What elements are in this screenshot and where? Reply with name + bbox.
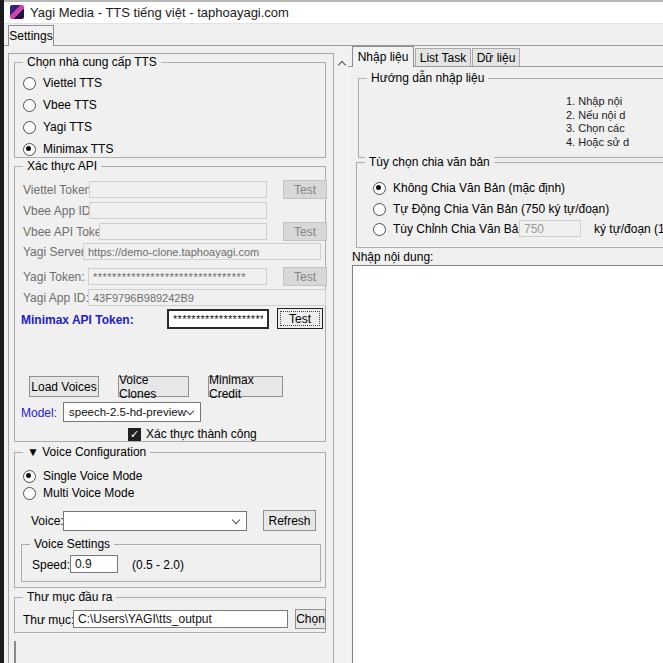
custom-split-suffix-label: ký tự/đoạn (100-4000)	[594, 222, 663, 236]
vbee-app-id-input[interactable]	[89, 202, 267, 219]
guide-line: 2. Nếu nội d	[566, 109, 629, 123]
radio-minimax-tts-label: Minimax TTS	[43, 142, 113, 156]
radio-auto-split-label: Tự Động Chia Văn Bản (750 ký tự/đoạn)	[393, 202, 609, 216]
yagi-app-id-input[interactable]	[88, 289, 326, 306]
choose-folder-button[interactable]: Chọn	[295, 609, 326, 629]
vbee-api-token-input[interactable]	[99, 223, 267, 240]
model-combobox[interactable]: speech-2.5-hd-preview	[63, 402, 201, 422]
radio-vbee-tts[interactable]	[23, 99, 36, 112]
minimax-api-token-input[interactable]	[167, 309, 269, 329]
radio-yagi-tts-label: Yagi TTS	[43, 120, 92, 134]
content-textarea[interactable]	[352, 265, 663, 663]
radio-vbee-tts-label: Vbee TTS	[43, 98, 97, 112]
titlebar: Yagi Media - TTS tiếng việt - taphoayagi…	[4, 2, 663, 23]
yagi-media-window: Yagi Media - TTS tiếng việt - taphoayagi…	[0, 0, 663, 663]
minimax-credit-button[interactable]: Minimax Credit	[208, 376, 283, 397]
vbee-app-id-label: Vbee App ID:	[23, 204, 94, 218]
auth-success-label: Xác thực thành công	[146, 427, 257, 441]
auth-success-checkbox[interactable]	[128, 428, 141, 441]
voice-settings-group-title: Voice Settings	[30, 537, 114, 551]
custom-split-input[interactable]	[519, 220, 581, 237]
viettel-token-input[interactable]	[89, 181, 267, 198]
voice-clones-button[interactable]: Voice Clones	[118, 376, 189, 397]
radio-multi-voice-mode-label: Multi Voice Mode	[43, 486, 134, 500]
yagi-server-label: Yagi Server:	[23, 245, 88, 259]
tab-nhap-lieu[interactable]: Nhập liệu	[352, 46, 414, 67]
titlebar-divider	[4, 23, 663, 24]
model-label: Model:	[21, 406, 57, 420]
speed-range-label: (0.5 - 2.0)	[132, 558, 184, 572]
split-options-group: Tùy chọn chia văn bản Không Chia Văn Bản…	[356, 162, 663, 248]
speed-label: Speed:	[32, 558, 70, 572]
output-dir-label: Thư mục:	[23, 613, 74, 627]
split-options-group-title: Tùy chọn chia văn bản	[365, 155, 494, 169]
voice-settings-group: Voice Settings Speed: (0.5 - 2.0)	[21, 544, 321, 582]
window-left-edge	[0, 0, 4, 663]
guide-line: 3. Chọn các	[566, 122, 629, 136]
speed-input[interactable]	[70, 555, 118, 573]
voice-config-group: ▼ Voice Configuration Single Voice Mode …	[14, 452, 326, 588]
radio-viettel-tts[interactable]	[23, 77, 36, 90]
provider-group-title: Chọn nhà cung cấp TTS	[23, 55, 161, 69]
yagi-server-input[interactable]	[83, 243, 321, 260]
tab-settings[interactable]: Settings	[8, 25, 54, 46]
left-panel-scrollbar[interactable]	[335, 54, 350, 663]
guide-group: Hướng dẫn nhập liệu 1. Nhập nội 2. Nếu n…	[358, 78, 663, 158]
radio-no-split-label: Không Chia Văn Bản (mặc định)	[393, 181, 565, 195]
provider-group: Chọn nhà cung cấp TTS Viettel TTS Vbee T…	[14, 62, 326, 158]
yagi-token-input[interactable]	[88, 268, 267, 285]
window-title: Yagi Media - TTS tiếng việt - taphoayagi…	[30, 5, 289, 20]
radio-auto-split[interactable]	[373, 203, 386, 216]
app-icon	[10, 5, 24, 19]
content-label: Nhập nội dung:	[352, 250, 433, 264]
radio-minimax-tts[interactable]	[23, 143, 36, 156]
tab-list-task-label: List Task	[420, 51, 466, 65]
yagi-app-id-label: Yagi App ID:	[23, 291, 89, 305]
voice-config-group-title: ▼ Voice Configuration	[23, 445, 150, 459]
chevron-down-icon	[232, 517, 241, 525]
minimax-api-token-label: Minimax API Token:	[21, 313, 134, 327]
radio-viettel-tts-label: Viettel TTS	[43, 76, 102, 90]
guide-group-title: Hướng dẫn nhập liệu	[367, 71, 488, 85]
api-auth-group-title: Xác thực API	[23, 159, 101, 173]
radio-single-voice-mode[interactable]	[23, 470, 36, 483]
yagi-token-label: Yagi Token:	[23, 270, 85, 284]
viettel-token-label: Viettel Token:	[23, 183, 95, 197]
load-voices-button[interactable]: Load Voices	[29, 376, 99, 397]
voice-label: Voice:	[31, 514, 64, 528]
radio-custom-split-label: Tùy Chỉnh Chia Văn Bản:	[393, 222, 528, 236]
tab-du-lieu-label: Dữ liệu	[477, 51, 516, 65]
yagi-token-test-button[interactable]: Test	[283, 267, 327, 286]
minimax-api-token-test-button[interactable]: Test	[277, 308, 323, 329]
partial-group-border	[14, 641, 16, 663]
guide-instructions: 1. Nhập nội 2. Nếu nội d 3. Chọn các 4. …	[566, 95, 629, 149]
tab-settings-label: Settings	[9, 29, 52, 43]
tab-list-task[interactable]: List Task	[415, 48, 471, 66]
radio-yagi-tts[interactable]	[23, 121, 36, 134]
settings-tab-underline	[4, 45, 663, 46]
radio-custom-split[interactable]	[373, 223, 386, 236]
output-dir-input[interactable]	[73, 610, 288, 628]
guide-line: 1. Nhập nội	[566, 95, 629, 109]
model-combobox-value: speech-2.5-hd-preview	[69, 406, 186, 418]
tab-nhap-lieu-label: Nhập liệu	[358, 50, 409, 64]
viettel-token-test-button[interactable]: Test	[283, 180, 327, 199]
tab-du-lieu[interactable]: Dữ liệu	[472, 48, 520, 66]
output-folder-group: Thư mục đầu ra Thư mục: Chọn	[14, 597, 326, 633]
radio-single-voice-mode-label: Single Voice Mode	[43, 469, 142, 483]
refresh-button[interactable]: Refresh	[263, 510, 316, 531]
radio-no-split[interactable]	[373, 182, 386, 195]
radio-multi-voice-mode[interactable]	[23, 487, 36, 500]
chevron-down-icon	[186, 408, 195, 416]
api-auth-group: Xác thực API Viettel Token: Test Vbee Ap…	[14, 166, 326, 442]
guide-line: 4. Hoặc sử d	[566, 136, 629, 150]
voice-combobox[interactable]	[63, 511, 247, 531]
scrollbar-up-icon[interactable]	[338, 59, 347, 67]
vbee-api-token-test-button[interactable]: Test	[283, 222, 327, 241]
output-folder-group-title: Thư mục đầu ra	[23, 590, 116, 604]
